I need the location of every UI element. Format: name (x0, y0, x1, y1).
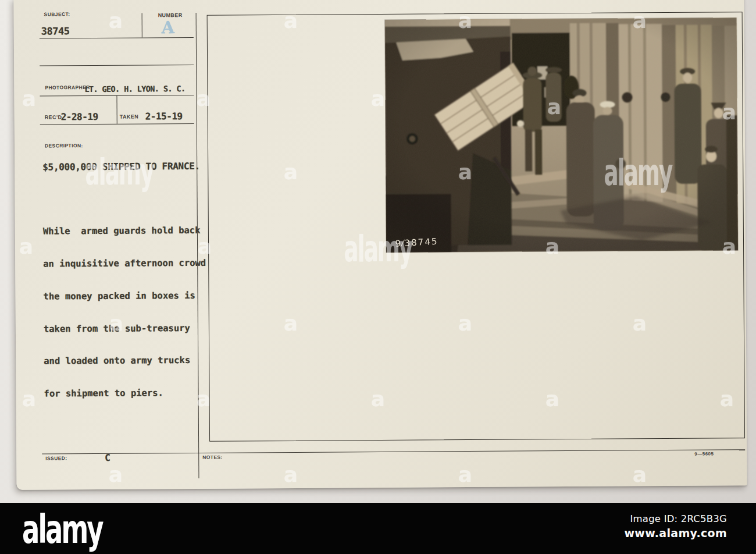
alamy-stock-page: SUBJECT: 38745 NUMBER A PHOTOGRAPHER LT.… (0, 0, 756, 554)
dates-divider-line (116, 95, 117, 124)
rule-line (40, 123, 194, 125)
reference-number: 9—5605 (694, 452, 714, 457)
rule-line (40, 37, 194, 39)
description-line: While armed guards hold back (43, 225, 206, 237)
description-headline: $5,000,000 SHIPPED TO FRANCE. (42, 161, 200, 173)
taken-value: 2-15-19 (145, 111, 183, 122)
footer-meta: Image ID: 2RC5B3G www.alamy.com (625, 513, 728, 539)
recd-label: REC'D (45, 114, 62, 120)
archive-photo: 9⁄38745 (385, 17, 738, 253)
description-line: for shipment to piers. (44, 388, 207, 399)
footer-bar: alamy Image ID: 2RC5B3G www.alamy.com (0, 503, 756, 554)
alamy-logo: alamy (22, 506, 102, 552)
description-line: taken from the sub-treasury (44, 322, 206, 334)
photographer-label: PHOTOGRAPHER (45, 84, 90, 90)
image-id-value: 2RC5B3G (681, 513, 727, 524)
footer-rule-line (42, 449, 745, 454)
image-id-label: Image ID: (630, 513, 678, 524)
issued-label: ISSUED: (45, 455, 67, 461)
photographer-value: LT. GEO. H. LYON. S. C. (84, 84, 185, 94)
description-paragraph: While armed guards hold back an inquisit… (43, 204, 207, 421)
description-line: an inquisitive afternoon crowd (43, 258, 206, 269)
header-divider-line (142, 13, 142, 37)
notes-label: NOTES: (202, 454, 223, 460)
description-label: DESCRIPTION: (45, 143, 83, 148)
description-line: and loaded onto army trucks (44, 355, 206, 367)
number-stamp: A (162, 17, 175, 37)
archive-photo-illustration: 9⁄38745 (385, 17, 738, 253)
recd-value: 2-28-19 (61, 111, 98, 122)
image-id: Image ID: 2RC5B3G (625, 513, 728, 524)
issued-value: C (105, 452, 110, 463)
alamy-url: www.alamy.com (625, 527, 728, 539)
subject-label: SUBJECT: (44, 11, 70, 17)
archive-card: SUBJECT: 38745 NUMBER A PHOTOGRAPHER LT.… (13, 0, 747, 490)
taken-label: TAKEN (120, 114, 138, 120)
rule-line (40, 65, 194, 66)
description-line: the money packed in boxes is (44, 290, 206, 302)
subject-value: 38745 (41, 25, 70, 37)
